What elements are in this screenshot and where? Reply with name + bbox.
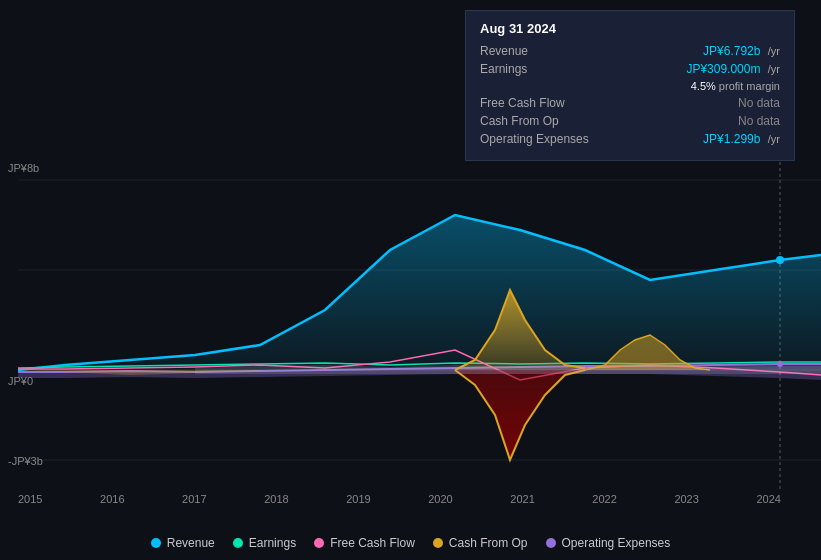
x-label-2018: 2018 — [264, 493, 288, 505]
tooltip-label-fcf: Free Cash Flow — [480, 96, 610, 110]
x-label-2015: 2015 — [18, 493, 42, 505]
tooltip-value-opex: JP¥1.299b /yr — [703, 132, 780, 146]
revenue-area — [18, 215, 821, 370]
legend-dot-cashfromop — [433, 538, 443, 548]
chart-container: Aug 31 2024 Revenue JP¥6.792b /yr Earnin… — [0, 0, 821, 560]
legend-dot-earnings — [233, 538, 243, 548]
x-label-2024: 2024 — [756, 493, 780, 505]
tooltip-row-opex: Operating Expenses JP¥1.299b /yr — [480, 132, 780, 146]
tooltip-value-revenue: JP¥6.792b /yr — [703, 44, 780, 58]
tooltip-label-revenue: Revenue — [480, 44, 610, 58]
tooltip-value-cashfromop: No data — [738, 114, 780, 128]
revenue-dot — [776, 256, 784, 264]
x-label-2023: 2023 — [674, 493, 698, 505]
legend-dot-revenue — [151, 538, 161, 548]
legend-dot-fcf — [314, 538, 324, 548]
tooltip-label-opex: Operating Expenses — [480, 132, 610, 146]
tooltip-row-profit-margin: 4.5% profit margin — [480, 80, 780, 92]
tooltip-profit-margin: 4.5% profit margin — [691, 80, 780, 92]
tooltip-value-earnings: JP¥309.000m /yr — [686, 62, 780, 76]
legend-label-opex: Operating Expenses — [562, 536, 671, 550]
legend-label-earnings: Earnings — [249, 536, 296, 550]
legend-dot-opex — [546, 538, 556, 548]
x-axis: 2015 2016 2017 2018 2019 2020 2021 2022 … — [18, 493, 821, 505]
tooltip-date: Aug 31 2024 — [480, 21, 780, 36]
legend-item-opex[interactable]: Operating Expenses — [546, 536, 671, 550]
tooltip-label-earnings: Earnings — [480, 62, 610, 76]
x-label-2021: 2021 — [510, 493, 534, 505]
tooltip-row-fcf: Free Cash Flow No data — [480, 96, 780, 110]
legend-label-revenue: Revenue — [167, 536, 215, 550]
legend-item-revenue[interactable]: Revenue — [151, 536, 215, 550]
x-label-2020: 2020 — [428, 493, 452, 505]
legend-item-fcf[interactable]: Free Cash Flow — [314, 536, 415, 550]
legend-item-cashfromop[interactable]: Cash From Op — [433, 536, 528, 550]
x-label-2022: 2022 — [592, 493, 616, 505]
legend-item-earnings[interactable]: Earnings — [233, 536, 296, 550]
x-label-2019: 2019 — [346, 493, 370, 505]
chart-legend: Revenue Earnings Free Cash Flow Cash Fro… — [0, 536, 821, 550]
tooltip: Aug 31 2024 Revenue JP¥6.792b /yr Earnin… — [465, 10, 795, 161]
tooltip-label-cashfromop: Cash From Op — [480, 114, 610, 128]
tooltip-row-revenue: Revenue JP¥6.792b /yr — [480, 44, 780, 58]
x-label-2016: 2016 — [100, 493, 124, 505]
opex-dot — [777, 361, 783, 367]
tooltip-row-earnings: Earnings JP¥309.000m /yr — [480, 62, 780, 76]
legend-label-cashfromop: Cash From Op — [449, 536, 528, 550]
chart-svg — [0, 150, 821, 530]
legend-label-fcf: Free Cash Flow — [330, 536, 415, 550]
x-label-2017: 2017 — [182, 493, 206, 505]
tooltip-value-fcf: No data — [738, 96, 780, 110]
tooltip-row-cashfromop: Cash From Op No data — [480, 114, 780, 128]
